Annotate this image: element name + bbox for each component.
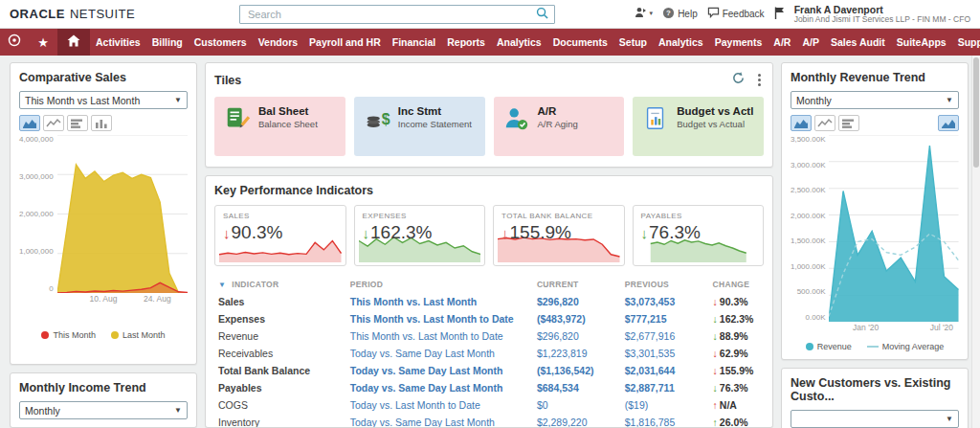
hbar-chart-button[interactable]	[67, 115, 88, 131]
legend-revenue[interactable]: Revenue	[806, 342, 852, 351]
legend-moving-average[interactable]: Moving Average	[867, 342, 944, 351]
table-row: Total Bank Balance Today vs. Same Day La…	[214, 362, 764, 379]
user-menu[interactable]: Frank A Davenport Jobin And Jismi IT Ser…	[794, 4, 970, 25]
table-row: Inventory Today vs. Same Day Last Month …	[214, 414, 764, 428]
home-tab[interactable]	[57, 29, 90, 56]
scrollbar-thumb[interactable]	[973, 57, 979, 168]
shortcuts-button[interactable]: ★	[29, 29, 57, 56]
feedback-button[interactable]: Feedback	[707, 7, 765, 20]
netsuite-dashboard: ORACLE NETSUITE ▾ ? Help	[0, 0, 980, 428]
nav-item-vendors[interactable]: Vendors	[253, 36, 303, 48]
nav-item-analytics-2[interactable]: Analytics	[653, 36, 709, 48]
roles-menu[interactable]: ▾	[635, 7, 654, 20]
area-chart-button[interactable]	[19, 115, 40, 131]
menu-dots-icon[interactable]	[755, 73, 764, 87]
chevron-down-icon: ▼	[174, 406, 182, 415]
down-arrow-icon: ↓	[363, 225, 370, 241]
tile-budget-vs-actual[interactable]: Budget vs Actl Budget vs Actual	[633, 97, 764, 156]
center-column: Tiles Bal Sheet	[205, 62, 773, 428]
monthly-income-title: Monthly Income Trend	[19, 381, 188, 394]
new-customers-title: New Customers vs. Existing Custo...	[791, 376, 959, 403]
new-customers-filter[interactable]: ▼	[791, 410, 959, 428]
line-chart-button[interactable]	[814, 115, 835, 131]
legend-this-month[interactable]: This Month	[41, 330, 96, 340]
hbar-chart-button[interactable]	[838, 115, 859, 131]
chart-plot-area[interactable]	[57, 135, 188, 293]
vbar-chart-button[interactable]	[91, 115, 112, 131]
table-row: Sales This Month vs. Last Month $296,820…	[214, 293, 764, 310]
tile-ar-aging[interactable]: A/R A/R Aging	[494, 97, 625, 156]
search-input[interactable]	[246, 8, 536, 21]
table-row: Revenue This Month vs. Last Month to Dat…	[214, 327, 764, 345]
nav-item-setup[interactable]: Setup	[613, 36, 653, 48]
change-arrow-icon: ↓	[713, 348, 718, 359]
legend-dot	[111, 331, 119, 339]
comparative-sales-filter[interactable]: This Month vs Last Month ▼	[19, 91, 188, 109]
x-axis-labels: 10. Aug 24. Aug	[65, 293, 188, 304]
nav-item-payments[interactable]: Payments	[709, 36, 768, 48]
monthly-revenue-panel: Monthly Revenue Trend Monthly ▼	[781, 62, 969, 360]
nav-item-ar[interactable]: A/R	[768, 36, 796, 48]
nav-item-analytics[interactable]: Analytics	[491, 36, 547, 48]
chart-plot-area[interactable]	[829, 135, 959, 322]
tile-balance-sheet[interactable]: Bal Sheet Balance Sheet	[214, 97, 345, 156]
sort-caret-icon[interactable]: ▼	[218, 281, 226, 289]
flag-icon[interactable]	[774, 7, 785, 21]
nav-item-support[interactable]: Support	[952, 36, 980, 48]
nav-item-customers[interactable]: Customers	[189, 36, 253, 48]
oracle-netsuite-logo[interactable]: ORACLE NETSUITE	[10, 7, 239, 21]
monthly-income-filter[interactable]: Monthly ▼	[19, 401, 188, 419]
change-arrow-icon: ↓	[713, 313, 718, 325]
nav-item-payroll-hr[interactable]: Payroll and HR	[303, 36, 387, 48]
nav-item-documents[interactable]: Documents	[547, 36, 613, 48]
chart-legend: Revenue Moving Average	[791, 342, 959, 351]
down-arrow-icon: ↓	[641, 225, 649, 241]
nav-item-activities[interactable]: Activities	[90, 36, 146, 48]
x-axis-labels: Jan '20 Jul '20	[838, 322, 959, 332]
search-icon[interactable]	[536, 6, 548, 23]
y-axis-labels: 3,500.00K 3,000.00K 2,500.00K 2,000.00K …	[791, 135, 829, 322]
tiles-row: Bal Sheet Balance Sheet $ Inc Stmt Incom…	[214, 97, 764, 156]
right-column: Monthly Revenue Trend Monthly ▼	[781, 62, 969, 428]
svg-text:$: $	[381, 111, 390, 127]
vertical-scrollbar[interactable]	[971, 56, 980, 428]
nav-item-ap[interactable]: A/P	[796, 36, 825, 48]
nav-item-suiteapps[interactable]: SuiteApps	[891, 36, 952, 48]
nav-item-sales-audit[interactable]: Sales Audit	[825, 36, 891, 48]
new-customers-panel: New Customers vs. Existing Custo... ▼	[781, 368, 969, 428]
global-search[interactable]	[239, 5, 555, 24]
nav-item-billing[interactable]: Billing	[146, 36, 189, 48]
chevron-down-icon: ▼	[946, 96, 953, 104]
comparative-sales-panel: Comparative Sales This Month vs Last Mon…	[10, 62, 197, 365]
y-axis-labels: 4,000,000 3,000,000 2,000,000 1,000,000 …	[19, 135, 57, 293]
monthly-revenue-filter[interactable]: Monthly ▼	[791, 91, 959, 109]
comparative-sales-title: Comparative Sales	[19, 71, 188, 84]
change-arrow-icon: ↓	[713, 365, 718, 376]
help-label: Help	[678, 9, 698, 19]
kpi-card-total-bank-balance[interactable]: TOTAL BANK BALANCE ↓155.9%	[493, 205, 625, 266]
refresh-icon[interactable]	[731, 71, 746, 89]
line-chart-button[interactable]	[43, 115, 64, 131]
roles-icon	[635, 7, 647, 20]
top-header: ORACLE NETSUITE ▾ ? Help	[0, 0, 980, 29]
kpi-title: Key Performance Indicators	[214, 184, 764, 197]
area-chart-button[interactable]	[791, 115, 812, 131]
change-arrow-icon: ↑	[713, 399, 718, 411]
kpi-card-expenses[interactable]: EXPENSES ↓162.3%	[354, 205, 486, 266]
tile-income-statement[interactable]: $ Inc Stmt Income Statement	[354, 97, 485, 156]
change-arrow-icon: ↓	[713, 330, 718, 342]
nav-item-reports[interactable]: Reports	[441, 36, 491, 48]
chart-legend: This Month Last Month	[19, 330, 188, 340]
kpi-card-payables[interactable]: PAYABLES ↓76.3%	[633, 205, 765, 266]
table-row: Expenses This Month vs. Last Month to Da…	[214, 310, 764, 327]
nav-item-financial[interactable]: Financial	[387, 36, 442, 48]
kpi-card-sales[interactable]: SALES ↓90.3%	[214, 205, 346, 266]
legend-last-month[interactable]: Last Month	[111, 330, 166, 340]
kpi-table-header: ▼INDICATOR PERIOD CURRENT PREVIOUS CHANG…	[214, 276, 764, 293]
quick-menu-button[interactable]	[0, 29, 29, 56]
monthly-income-panel: Monthly Income Trend Monthly ▼	[10, 372, 197, 428]
budget-chart-icon	[642, 105, 669, 136]
legend-dot	[806, 343, 813, 350]
trend-chart-button[interactable]	[938, 115, 959, 131]
help-button[interactable]: ? Help	[662, 7, 698, 21]
